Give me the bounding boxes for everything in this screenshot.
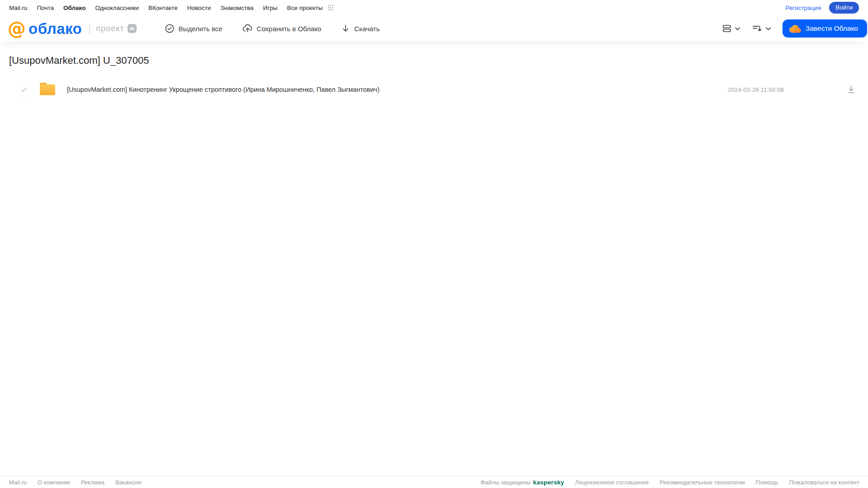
footer-recommendation-tech-link[interactable]: Рекомендательные технологии: [659, 479, 745, 486]
cloud-upload-icon: [242, 24, 253, 33]
project-label: проект: [96, 24, 124, 33]
nav-igry[interactable]: Игры: [263, 5, 278, 11]
cloud-logo-text: облако: [28, 21, 82, 36]
file-date: 2024-02-26 11:50:06: [728, 86, 784, 93]
view-mode-dropdown[interactable]: [722, 24, 740, 33]
download-button[interactable]: Скачать: [341, 24, 379, 33]
select-all-button[interactable]: Выделить все: [165, 24, 223, 33]
list-view-icon: [722, 24, 732, 33]
create-cloud-label: Завести Облако: [806, 24, 858, 33]
nav-pochta[interactable]: Почта: [37, 5, 54, 11]
logo-divider: |: [88, 24, 90, 34]
select-all-label: Выделить все: [179, 25, 223, 33]
create-cloud-button[interactable]: Завести Облако: [783, 19, 867, 38]
nav-vkontakte[interactable]: ВКонтакте: [148, 5, 178, 11]
files-protected-label: Файлы защищены: [480, 479, 530, 486]
auth-area: Регистрация Войти: [785, 2, 859, 14]
save-to-cloud-button[interactable]: Сохранить в Облако: [242, 24, 322, 33]
footer-help-link[interactable]: Помощь: [755, 479, 778, 486]
nav-mailru[interactable]: Mail.ru: [9, 5, 28, 11]
cloud-header: @ облако | проект vk Выделить все Сохран…: [0, 15, 868, 42]
check-circle-icon: [165, 24, 175, 33]
download-label: Скачать: [354, 25, 379, 33]
header-right-controls: Завести Облако: [722, 19, 867, 38]
nav-znakomstva[interactable]: Знакомства: [220, 5, 253, 11]
nav-novosti[interactable]: Новости: [187, 5, 211, 11]
footer: Mail.ru О компании Реклама Вакансии Файл…: [0, 476, 868, 488]
footer-left-links: Mail.ru О компании Реклама Вакансии: [9, 479, 141, 486]
download-arrow-icon: [341, 24, 350, 33]
portal-navbar: Mail.ru Почта Облако Одноклассники ВКонт…: [0, 0, 868, 15]
chevron-down-icon: [735, 27, 740, 30]
footer-license-link[interactable]: Лицензионное соглашение: [575, 479, 649, 486]
footer-about-link[interactable]: О компании: [38, 479, 70, 486]
kaspersky-protection[interactable]: Файлы защищены kaspersky: [480, 479, 564, 486]
vk-badge-icon: vk: [128, 24, 137, 33]
row-checkbox[interactable]: [17, 83, 31, 96]
nav-vse-proekty[interactable]: Все проекты: [287, 5, 323, 11]
registration-link[interactable]: Регистрация: [785, 5, 821, 11]
nav-odnoklassniki[interactable]: Одноклассники: [95, 5, 138, 11]
file-row[interactable]: [UsupovMarket.com] Кинотренинг Укрощение…: [0, 79, 868, 100]
file-toolbar: Выделить все Сохранить в Облако Скачать: [165, 24, 380, 33]
folder-icon: [38, 81, 57, 98]
file-list: [UsupovMarket.com] Кинотренинг Укрощение…: [0, 79, 868, 100]
page-title: [UsupovMarket.com] U_307005: [9, 55, 868, 66]
kaspersky-logo[interactable]: kaspersky: [533, 479, 564, 486]
chevron-down-icon: [766, 27, 771, 30]
sort-icon: [752, 24, 763, 33]
save-to-cloud-label: Сохранить в Облако: [257, 25, 322, 33]
footer-mailru-link[interactable]: Mail.ru: [9, 479, 27, 486]
portal-links: Mail.ru Почта Облако Одноклассники ВКонт…: [9, 5, 334, 11]
footer-jobs-link[interactable]: Вакансии: [115, 479, 141, 486]
sort-dropdown[interactable]: [752, 24, 771, 33]
check-icon: [21, 87, 27, 92]
cloud-logo[interactable]: @ облако | проект vk: [8, 19, 137, 38]
footer-report-content-link[interactable]: Пожаловаться на контент: [789, 479, 859, 486]
login-button[interactable]: Войти: [829, 2, 859, 14]
footer-ads-link[interactable]: Реклама: [81, 479, 104, 486]
nav-oblako[interactable]: Облако: [63, 5, 85, 11]
file-name[interactable]: [UsupovMarket.com] Кинотренинг Укрощение…: [67, 86, 728, 93]
mailru-at-icon: @: [8, 19, 26, 38]
footer-right-links: Файлы защищены kaspersky Лицензионное со…: [480, 479, 859, 486]
apps-grid-icon[interactable]: [327, 5, 334, 11]
row-download-icon[interactable]: [847, 85, 855, 94]
public-folder-page: [UsupovMarket.com] U_307005: [0, 42, 868, 476]
cloud-icon: [789, 24, 801, 33]
